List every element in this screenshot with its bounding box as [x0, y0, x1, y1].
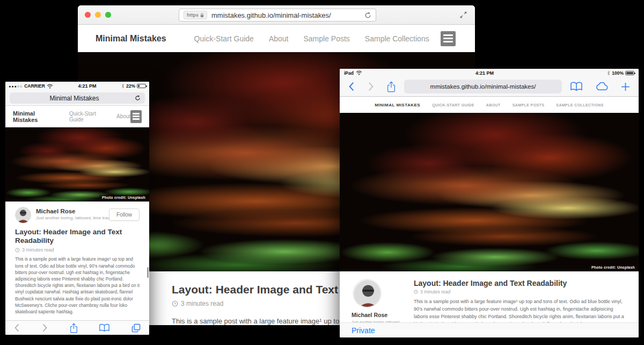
- new-tab-icon[interactable]: [621, 82, 630, 91]
- icloud-tabs-icon[interactable]: [595, 82, 608, 91]
- window-controls: [85, 12, 111, 18]
- close-button[interactable]: [85, 12, 91, 18]
- address-bar[interactable]: https mmistakes.github.io/minimal-mistak…: [179, 9, 376, 21]
- iphone-status-bar: ●●●○○ CARRIER 4:21 PM 22%: [5, 82, 149, 90]
- status-time: 4:21 PM: [53, 83, 121, 89]
- lock-icon: [200, 13, 204, 18]
- nav-link-about[interactable]: ABOUT: [486, 103, 501, 107]
- share-icon[interactable]: [387, 81, 396, 92]
- site-brand-link[interactable]: Minimal Mistakes: [96, 34, 166, 44]
- ipad-status-bar: iPad 4:21 PM 100%: [340, 69, 639, 77]
- site-brand-link[interactable]: Minimal Mistakes: [13, 110, 52, 123]
- follow-button[interactable]: Follow: [109, 209, 140, 221]
- reading-list-icon[interactable]: [570, 82, 582, 91]
- signal-dots: ●●●○○: [9, 84, 23, 88]
- carrier-label: CARRIER: [24, 83, 45, 89]
- status-time: 4:21 PM: [362, 70, 607, 76]
- read-time: 3 minutes read: [22, 247, 54, 253]
- scrollbar[interactable]: [147, 267, 149, 278]
- private-button[interactable]: Private: [352, 326, 375, 335]
- bluetooth-icon: [607, 70, 610, 76]
- battery-percent: 22%: [126, 83, 135, 89]
- site-navbar: Minimal Mistakes Quick-Start Guide About: [5, 106, 149, 127]
- menu-button[interactable]: [441, 31, 456, 46]
- post-content: Michael Rose Just another boring, tattoo…: [340, 271, 639, 322]
- minimize-button[interactable]: [95, 12, 101, 18]
- author-row: Michael Rose Just another boring, tattoo…: [15, 207, 140, 223]
- clock-icon: [172, 300, 178, 307]
- wifi-icon: [47, 84, 53, 89]
- nav-link-quick-start[interactable]: Quick-Start Guide: [69, 111, 104, 123]
- zoom-button[interactable]: [105, 12, 111, 18]
- nav-link-sample-posts[interactable]: Sample Posts: [303, 34, 349, 43]
- menu-button[interactable]: [130, 110, 142, 123]
- battery-icon: [625, 71, 634, 75]
- site-navbar: MINIMAL MISTAKES QUICK-START GUIDE ABOUT…: [340, 97, 639, 113]
- nav-link-sample-collections[interactable]: Sample Collections: [365, 34, 429, 43]
- nav-link-about[interactable]: About: [116, 113, 130, 119]
- author-sidebar: Michael Rose Just another boring, tattoo…: [352, 279, 405, 322]
- share-icon[interactable]: [70, 323, 78, 333]
- safari-bottom-toolbar: [5, 320, 149, 335]
- nav-link-quick-start[interactable]: Quick-Start Guide: [194, 34, 254, 43]
- refresh-button[interactable]: [135, 95, 141, 101]
- iphone-safari-window: ●●●○○ CARRIER 4:21 PM 22% Minimal Mistak…: [5, 82, 149, 335]
- post-title: Layout: Header Image and Text Readabilit…: [414, 279, 626, 288]
- avatar: [15, 207, 31, 223]
- post-title: Layout: Header Image and Text Readabilit…: [15, 228, 140, 245]
- bookmarks-icon[interactable]: [99, 324, 109, 332]
- post-paragraph-1: This is a sample post with a large featu…: [15, 256, 140, 315]
- post-paragraph-2: Vero laborum commodo occupy. Semiotics v…: [15, 319, 140, 320]
- refresh-button[interactable]: [364, 12, 371, 19]
- https-badge: https: [184, 11, 207, 19]
- photo-credit: Photo credit: Unsplash: [589, 265, 638, 270]
- forward-button[interactable]: [368, 82, 374, 91]
- read-time: 3 minutes read: [420, 289, 450, 294]
- iphone-url-bar: Minimal Mistakes: [5, 90, 149, 106]
- nav-link-sample-posts[interactable]: SAMPLE POSTS: [513, 103, 545, 107]
- ipad-safari-window: iPad 4:21 PM 100%: [340, 69, 639, 337]
- post-content: Michael Rose Just another boring, tattoo…: [5, 202, 149, 320]
- page-title: Minimal Mistakes: [14, 95, 135, 102]
- https-label: https: [187, 12, 199, 18]
- site-brand-link[interactable]: MINIMAL MISTAKES: [375, 103, 420, 107]
- address-bar[interactable]: mmistakes.github.io/minimal-mistakes/: [404, 80, 562, 94]
- url-text: mmistakes.github.io/minimal-mistakes/: [211, 11, 360, 19]
- nav-links: Quick-Start Guide About Sample Posts Sam…: [194, 34, 429, 43]
- clock-icon: [15, 248, 20, 253]
- nav-link-quick-start[interactable]: QUICK-START GUIDE: [432, 103, 474, 107]
- back-button[interactable]: [14, 324, 20, 332]
- site-navbar: Minimal Mistakes Quick-Start Guide About…: [78, 25, 475, 52]
- browser-chrome-bar: https mmistakes.github.io/minimal-mistak…: [78, 5, 475, 25]
- device-label: iPad: [344, 70, 354, 76]
- nav-link-sample-collections[interactable]: SAMPLE COLLECTIONS: [556, 103, 603, 107]
- author-name: Michael Rose: [352, 312, 405, 318]
- address-bar[interactable]: Minimal Mistakes: [10, 92, 145, 104]
- nav-link-about[interactable]: About: [269, 34, 289, 43]
- safari-toolbar: mmistakes.github.io/minimal-mistakes/: [340, 77, 639, 97]
- back-button[interactable]: [348, 82, 355, 91]
- post-body: Layout: Header Image and Text Readabilit…: [405, 279, 626, 322]
- url-text: mmistakes.github.io/minimal-mistakes/: [430, 83, 536, 90]
- read-time: 3 minutes read: [181, 300, 223, 307]
- tabs-icon[interactable]: [131, 324, 141, 333]
- feature-image: Photo credit: Unsplash: [340, 113, 639, 271]
- clock-icon: [414, 290, 418, 294]
- avatar: [353, 279, 382, 308]
- photo-credit: Photo credit: Unsplash: [99, 195, 148, 200]
- feature-image: Photo credit: Unsplash: [5, 127, 149, 202]
- bluetooth-icon: [121, 83, 125, 89]
- private-browsing-bar: Private: [340, 322, 639, 337]
- battery-icon: [137, 84, 146, 88]
- fullscreen-button[interactable]: [459, 11, 467, 19]
- wifi-icon: [356, 70, 362, 75]
- post-paragraph: This is a sample post with a large featu…: [414, 298, 626, 322]
- battery-percent: 100%: [612, 70, 624, 76]
- forward-button[interactable]: [42, 324, 48, 332]
